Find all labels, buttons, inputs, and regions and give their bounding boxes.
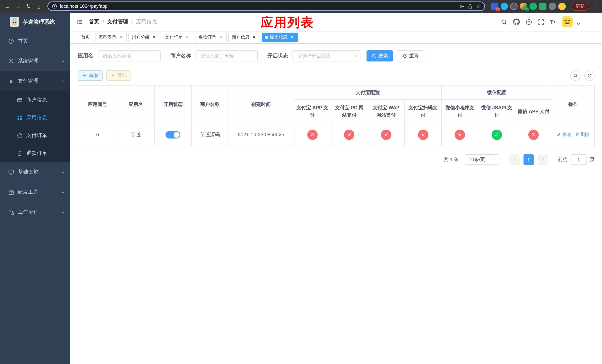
avatar-caret-icon[interactable] (576, 22, 580, 26)
screen: ← → ↻ ⌂ localhost:1024/pay/app ☆ 10 1 (0, 0, 602, 364)
content-area: 应用名 商户名称 开启状态 请选择开启状态 搜索 (70, 44, 602, 165)
fullscreen-icon[interactable] (538, 19, 544, 25)
sidebar-item-system[interactable]: 系统管理 (0, 51, 70, 71)
column-header-wechat-jsapi: 微信 JSAPI 支付 (478, 99, 515, 123)
sidebar-item-dev-tools[interactable]: 研发工具 (0, 182, 70, 202)
site-info-icon[interactable] (52, 4, 57, 9)
sidebar-item-refund-order[interactable]: 退款订单 (0, 144, 70, 162)
search-icon[interactable] (501, 19, 507, 25)
goto-page-input[interactable] (570, 154, 587, 165)
sidebar-item-app-info[interactable]: 应用信息 (0, 109, 70, 127)
browser-update-button[interactable]: 更新 (571, 2, 589, 11)
close-icon[interactable]: × (185, 35, 190, 40)
prev-page-button[interactable] (509, 154, 520, 165)
app-name-input[interactable] (98, 50, 161, 62)
extension-icon-2[interactable] (501, 3, 508, 10)
tab-home[interactable]: 首页 (78, 32, 93, 42)
alipay-wap-status-icon: ✕ (381, 129, 391, 140)
delete-link[interactable]: 删除 (576, 131, 590, 138)
toggle-search-button[interactable] (570, 70, 580, 81)
close-icon[interactable]: × (251, 35, 257, 40)
sidebar-fold-icon[interactable] (76, 19, 83, 25)
sidebar-item-merchant-info[interactable]: 商户信息 (0, 91, 70, 109)
tab-merchant-info[interactable]: 商户信息 × (228, 32, 260, 42)
extension-icon-7[interactable] (549, 3, 556, 10)
search-button[interactable]: 搜索 (366, 50, 393, 62)
extension-icon-3[interactable] (510, 3, 517, 10)
breadcrumb-separator: / (131, 19, 133, 25)
dashboard-icon (8, 38, 14, 44)
breadcrumb-home[interactable]: 首页 (89, 19, 99, 25)
column-header-alipay-app: 支付宝 APP 支付 (294, 99, 331, 123)
chevron-down-icon (492, 158, 496, 162)
extension-badge: 1 (525, 7, 529, 11)
pagination-total: 共 1 条 (444, 156, 459, 163)
avatar[interactable] (562, 16, 573, 27)
sidebar-item-label: 支付订单 (26, 132, 47, 139)
refresh-button[interactable] (584, 70, 595, 81)
monitor-icon (8, 169, 14, 175)
reset-button[interactable]: 重置 (397, 50, 424, 62)
workflow-icon (8, 209, 14, 215)
yen-icon: ¥ (8, 78, 14, 84)
pagination: 共 1 条 10条/页 1 前往 (78, 154, 595, 165)
column-header-actions: 操作 (552, 85, 594, 123)
column-header-wechat-app: 微信 APP 支付 (515, 99, 552, 123)
browser-menu-icon[interactable]: ⋮ (593, 3, 599, 10)
address-bar[interactable]: localhost:1024/pay/app ☆ (47, 1, 485, 11)
tags-view-bar: 首页 流程表单 × 用户分组 × 支付订单 × 退款订单 × (70, 31, 602, 44)
goto-unit: 页 (590, 156, 595, 163)
sidebar-item-label: 商户信息 (26, 97, 47, 103)
extension-icon-8[interactable] (558, 3, 566, 10)
extension-icon-4[interactable]: 1 (520, 3, 527, 10)
goto-label: 前往 (558, 156, 568, 163)
sidebar-item-label: 支付管理 (18, 78, 39, 85)
breadcrumb: 首页 / 支付管理 / 应用信息 (89, 19, 157, 25)
extension-icon-1[interactable]: 10 (491, 3, 498, 10)
app-logo[interactable]: 芋道管理系统 (0, 13, 70, 31)
github-icon[interactable] (513, 19, 520, 25)
share-icon[interactable] (468, 4, 473, 9)
add-button[interactable]: 新增 (78, 70, 103, 81)
bookmark-star-icon[interactable]: ☆ (476, 3, 481, 9)
password-key-icon[interactable] (459, 3, 465, 9)
browser-back-icon[interactable]: ← (3, 1, 13, 11)
tab-pay-order[interactable]: 支付订单 × (162, 32, 193, 42)
toolbox-icon (8, 189, 14, 195)
edit-link[interactable]: 修改 (557, 131, 571, 138)
merchant-name-input[interactable] (195, 50, 258, 62)
tab-refund-order[interactable]: 退款订单 × (195, 32, 226, 42)
page-number-button[interactable]: 1 (524, 154, 534, 165)
sidebar-item-home[interactable]: 首页 (0, 31, 70, 51)
pay-order-icon (16, 133, 23, 138)
extension-icon-5[interactable] (529, 3, 537, 10)
status-switch[interactable] (166, 131, 181, 138)
close-icon[interactable]: × (118, 35, 123, 40)
close-icon[interactable]: × (218, 35, 223, 40)
page-size-select[interactable]: 10条/页 (465, 154, 499, 165)
sidebar-item-infrastructure[interactable]: 基础设施 (0, 162, 70, 182)
help-icon[interactable]: ? (526, 19, 532, 25)
browser-reload-icon[interactable]: ↻ (24, 1, 33, 11)
sidebar-item-workflow[interactable]: 工作流程 (0, 202, 70, 222)
font-size-icon[interactable]: TT (550, 19, 556, 25)
tab-user-group[interactable]: 用户分组 × (129, 32, 160, 42)
next-page-button[interactable] (538, 154, 548, 165)
sidebar-item-pay-order[interactable]: 支付订单 (0, 127, 70, 144)
chevron-down-icon (61, 59, 65, 63)
close-icon[interactable]: × (151, 35, 157, 40)
breadcrumb-payment[interactable]: 支付管理 (107, 19, 128, 25)
close-icon[interactable]: × (290, 35, 295, 40)
browser-home-icon[interactable]: ⌂ (34, 1, 44, 11)
tab-process-form[interactable]: 流程表单 × (95, 32, 127, 42)
status-select[interactable]: 请选择开启状态 (292, 50, 361, 62)
extension-badge: 10 (495, 7, 500, 11)
tab-app-info[interactable]: 应用信息 × (262, 32, 298, 42)
extensions-area: 10 1 (491, 3, 566, 10)
export-button[interactable]: 导出 (106, 70, 131, 81)
sidebar-item-payment[interactable]: ¥ 支付管理 (0, 71, 70, 91)
logo-rabbit-icon (10, 17, 19, 27)
extension-icon-6[interactable] (539, 3, 547, 10)
cell-merchant: 芋道源码 (192, 123, 228, 146)
browser-forward-icon[interactable]: → (13, 1, 23, 11)
